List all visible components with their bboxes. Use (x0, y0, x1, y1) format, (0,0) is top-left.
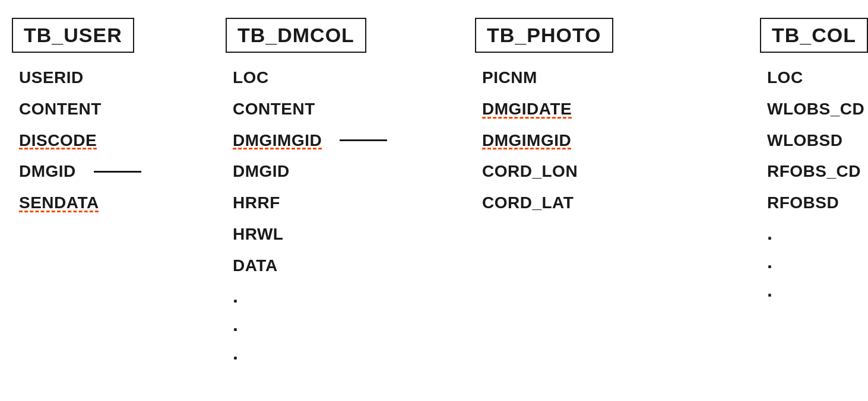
field-dmgidate: DMGIDATE (482, 96, 578, 123)
table-tb-col: TB_COL LOC WLOBS_CD WLOBSD RFOBS_CD RFOB… (760, 18, 868, 302)
field-sendata: SENDATA (19, 190, 141, 217)
field-list-tb-photo: PICNM DMGIDATE DMGIMGID CORD_LON CORD_LA… (475, 65, 578, 217)
field-discode: DISCODE (19, 128, 141, 154)
connector-dmgid (94, 171, 141, 173)
field-rfobsd: RFOBSD (767, 190, 864, 217)
field-list-tb-user: USERID CONTENT DISCODE DMGID SENDATA (12, 65, 141, 217)
table-tb-photo: TB_PHOTO PICNM DMGIDATE DMGIMGID CORD_LO… (475, 18, 641, 217)
field-cord-lat: CORD_LAT (482, 190, 578, 217)
field-rfobs-cd: RFOBS_CD (767, 158, 864, 185)
field-dmgid: DMGID (19, 158, 141, 185)
field-loc-col: LOC (767, 65, 864, 91)
table-tb-dmcol: TB_DMCOL LOC CONTENT DMGIMGID DMGID HRRF… (226, 18, 392, 365)
field-hrwl: HRWL (233, 221, 387, 248)
table-header-tb-dmcol: TB_DMCOL (226, 18, 366, 53)
table-tb-user: TB_USER USERID CONTENT DISCODE DMGID SEN… (12, 18, 178, 217)
field-userid: USERID (19, 65, 141, 91)
field-content: CONTENT (19, 96, 141, 123)
table-header-tb-col: TB_COL (760, 18, 868, 53)
diagram-container: TB_USER USERID CONTENT DISCODE DMGID SEN… (0, 0, 868, 383)
dot-3-col: . (767, 281, 864, 300)
dot-1-dmcol: . (233, 287, 387, 305)
field-wlobsd: WLOBSD (767, 128, 864, 154)
dot-1-col: . (767, 224, 864, 243)
field-dmgimgid-dmcol: DMGIMGID (233, 128, 387, 154)
table-header-tb-user: TB_USER (12, 18, 134, 53)
connector-dmgimgid (340, 139, 387, 141)
dot-2-dmcol: . (233, 315, 387, 334)
field-content-dmcol: CONTENT (233, 96, 387, 123)
table-header-tb-photo: TB_PHOTO (475, 18, 613, 53)
dot-2-col: . (767, 252, 864, 271)
field-dmgid-dmcol: DMGID (233, 158, 387, 185)
field-data: DATA (233, 253, 387, 279)
dot-3-dmcol: . (233, 343, 387, 362)
field-cord-lon: CORD_LON (482, 158, 578, 185)
field-hrrf: HRRF (233, 190, 387, 217)
field-loc: LOC (233, 65, 387, 91)
field-picnm: PICNM (482, 65, 578, 91)
field-dmgimgid-photo: DMGIMGID (482, 128, 578, 154)
field-list-tb-col: LOC WLOBS_CD WLOBSD RFOBS_CD RFOBSD . . … (760, 65, 864, 302)
field-wlobs-cd: WLOBS_CD (767, 96, 864, 123)
field-list-tb-dmcol: LOC CONTENT DMGIMGID DMGID HRRF HRWL DAT… (226, 65, 387, 365)
